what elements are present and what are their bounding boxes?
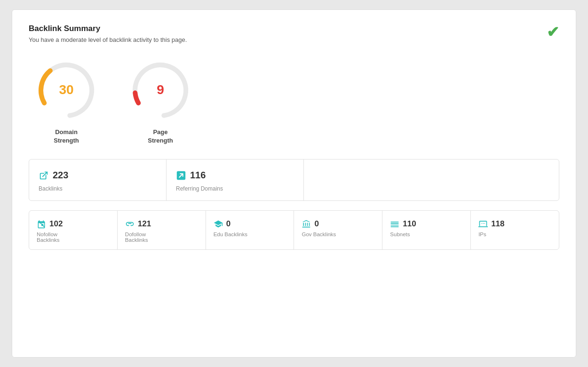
svg-rect-8 bbox=[481, 223, 483, 224]
ips-top: 118 bbox=[478, 219, 504, 229]
ips-number: 118 bbox=[491, 219, 504, 229]
edu-backlinks-cell[interactable]: 0 Edu Backlinks bbox=[206, 211, 294, 249]
card-title: Backlink Summary bbox=[29, 24, 559, 33]
nofollow-top: 102 bbox=[37, 219, 63, 229]
dofollow-top: 121 bbox=[125, 219, 151, 229]
gov-label: Gov Backlinks bbox=[302, 231, 336, 237]
svg-rect-9 bbox=[483, 223, 485, 224]
page-strength-gauge: 9 PageStrength bbox=[123, 57, 198, 145]
dofollow-number: 121 bbox=[138, 219, 151, 229]
subnets-icon bbox=[390, 219, 399, 229]
edu-top: 0 bbox=[214, 219, 230, 229]
stats-row-2: 102 NofollowBacklinks 121 DofollowBackli… bbox=[29, 210, 559, 250]
svg-text:30: 30 bbox=[59, 82, 73, 97]
referring-domains-cell[interactable]: 116 Referring Domains bbox=[167, 160, 304, 200]
nofollow-backlinks-cell[interactable]: 102 NofollowBacklinks bbox=[29, 211, 118, 249]
ips-cell[interactable]: 118 IPs bbox=[471, 211, 559, 249]
referring-domains-top: 116 bbox=[176, 170, 206, 181]
nofollow-number: 102 bbox=[49, 219, 63, 229]
subnets-number: 110 bbox=[403, 219, 416, 229]
gauges-row: 30 DomainStrength 9 PageStrength bbox=[29, 57, 559, 145]
backlinks-top: 223 bbox=[39, 170, 68, 181]
referring-domains-icon bbox=[176, 170, 186, 181]
dofollow-icon bbox=[125, 219, 135, 229]
gov-top: 0 bbox=[302, 219, 318, 229]
edu-icon bbox=[214, 219, 223, 229]
page-strength-label: PageStrength bbox=[148, 128, 173, 145]
backlink-summary-card: Backlink Summary You have a moderate lev… bbox=[12, 9, 576, 358]
subnets-top: 110 bbox=[390, 219, 416, 229]
backlinks-number: 223 bbox=[53, 170, 68, 181]
backlinks-label: Backlinks bbox=[39, 185, 63, 192]
dofollow-backlinks-cell[interactable]: 121 DofollowBacklinks bbox=[118, 211, 206, 249]
subnets-label: Subnets bbox=[390, 231, 410, 237]
gov-number: 0 bbox=[314, 219, 318, 229]
backlinks-icon bbox=[39, 170, 49, 181]
referring-domains-number: 116 bbox=[190, 170, 206, 181]
ips-icon bbox=[478, 219, 488, 229]
edu-label: Edu Backlinks bbox=[214, 231, 247, 237]
gov-backlinks-cell[interactable]: 0 Gov Backlinks bbox=[294, 211, 382, 249]
svg-text:9: 9 bbox=[157, 82, 164, 97]
nofollow-icon bbox=[37, 219, 46, 229]
dofollow-label: DofollowBacklinks bbox=[125, 231, 148, 243]
domain-strength-svg: 30 bbox=[33, 57, 99, 123]
empty-cell-row1 bbox=[304, 160, 559, 200]
page-strength-svg: 9 bbox=[127, 57, 193, 123]
backlinks-cell[interactable]: 223 Backlinks bbox=[29, 160, 167, 200]
check-icon: ✔ bbox=[547, 23, 559, 41]
stats-row-1: 223 Backlinks 116 Referring Domains bbox=[29, 159, 559, 201]
gov-icon bbox=[302, 219, 311, 229]
domain-strength-gauge: 30 DomainStrength bbox=[29, 57, 104, 145]
card-subtitle: You have a moderate level of backlink ac… bbox=[29, 36, 559, 43]
referring-domains-label: Referring Domains bbox=[176, 185, 223, 192]
domain-strength-label: DomainStrength bbox=[54, 128, 79, 145]
ips-label: IPs bbox=[478, 231, 486, 237]
subnets-cell[interactable]: 110 Subnets bbox=[382, 211, 471, 249]
nofollow-label: NofollowBacklinks bbox=[37, 231, 60, 243]
edu-number: 0 bbox=[226, 219, 230, 229]
